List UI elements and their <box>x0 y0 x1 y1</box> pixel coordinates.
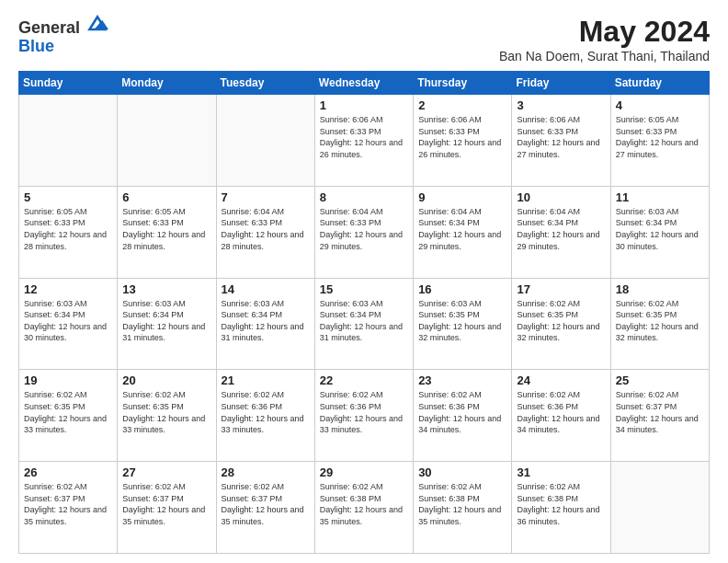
day-info: Sunrise: 6:02 AM Sunset: 6:37 PM Dayligh… <box>122 481 210 527</box>
day-info: Sunrise: 6:02 AM Sunset: 6:37 PM Dayligh… <box>24 481 112 527</box>
day-number: 7 <box>222 190 310 204</box>
table-row: 9Sunrise: 6:04 AM Sunset: 6:34 PM Daylig… <box>414 186 512 278</box>
day-info: Sunrise: 6:03 AM Sunset: 6:35 PM Dayligh… <box>418 298 506 344</box>
table-row <box>610 462 709 554</box>
day-info: Sunrise: 6:03 AM Sunset: 6:34 PM Dayligh… <box>616 206 704 252</box>
table-row: 27Sunrise: 6:02 AM Sunset: 6:37 PM Dayli… <box>118 462 216 554</box>
table-row: 21Sunrise: 6:02 AM Sunset: 6:36 PM Dayli… <box>216 370 314 462</box>
day-number: 23 <box>418 373 506 387</box>
table-row: 7Sunrise: 6:04 AM Sunset: 6:33 PM Daylig… <box>216 186 314 278</box>
day-number: 14 <box>222 282 310 296</box>
table-row: 31Sunrise: 6:02 AM Sunset: 6:38 PM Dayli… <box>512 462 610 554</box>
table-row: 30Sunrise: 6:02 AM Sunset: 6:38 PM Dayli… <box>414 462 512 554</box>
day-info: Sunrise: 6:06 AM Sunset: 6:33 PM Dayligh… <box>418 114 506 160</box>
day-info: Sunrise: 6:02 AM Sunset: 6:38 PM Dayligh… <box>517 481 605 527</box>
table-row: 14Sunrise: 6:03 AM Sunset: 6:34 PM Dayli… <box>216 278 314 370</box>
table-row: 18Sunrise: 6:02 AM Sunset: 6:35 PM Dayli… <box>610 278 709 370</box>
day-info: Sunrise: 6:02 AM Sunset: 6:36 PM Dayligh… <box>418 389 506 435</box>
day-number: 30 <box>418 465 506 479</box>
day-number: 11 <box>616 190 704 204</box>
table-row: 25Sunrise: 6:02 AM Sunset: 6:37 PM Dayli… <box>610 370 709 462</box>
day-number: 26 <box>24 465 112 479</box>
day-number: 9 <box>418 190 506 204</box>
col-tuesday: Tuesday <box>216 72 314 95</box>
calendar-week-row: 26Sunrise: 6:02 AM Sunset: 6:37 PM Dayli… <box>19 462 710 554</box>
header: General Blue May 2024 Ban Na Doem, Surat… <box>18 15 710 63</box>
day-info: Sunrise: 6:05 AM Sunset: 6:33 PM Dayligh… <box>122 206 210 252</box>
day-number: 19 <box>24 373 112 387</box>
col-thursday: Thursday <box>414 72 512 95</box>
table-row: 19Sunrise: 6:02 AM Sunset: 6:35 PM Dayli… <box>19 370 118 462</box>
day-info: Sunrise: 6:05 AM Sunset: 6:33 PM Dayligh… <box>616 114 704 160</box>
day-info: Sunrise: 6:04 AM Sunset: 6:34 PM Dayligh… <box>517 206 605 252</box>
day-number: 29 <box>320 465 408 479</box>
table-row: 6Sunrise: 6:05 AM Sunset: 6:33 PM Daylig… <box>118 186 216 278</box>
day-number: 28 <box>222 465 310 479</box>
day-number: 15 <box>320 282 408 296</box>
calendar-week-row: 12Sunrise: 6:03 AM Sunset: 6:34 PM Dayli… <box>19 278 710 370</box>
day-info: Sunrise: 6:04 AM Sunset: 6:33 PM Dayligh… <box>320 206 408 252</box>
table-row <box>216 95 314 187</box>
day-info: Sunrise: 6:02 AM Sunset: 6:36 PM Dayligh… <box>517 389 605 435</box>
day-info: Sunrise: 6:02 AM Sunset: 6:37 PM Dayligh… <box>222 481 310 527</box>
table-row: 2Sunrise: 6:06 AM Sunset: 6:33 PM Daylig… <box>414 95 512 187</box>
table-row: 15Sunrise: 6:03 AM Sunset: 6:34 PM Dayli… <box>314 278 413 370</box>
day-number: 21 <box>222 373 310 387</box>
day-number: 5 <box>24 190 112 204</box>
day-info: Sunrise: 6:03 AM Sunset: 6:34 PM Dayligh… <box>122 298 210 344</box>
day-info: Sunrise: 6:03 AM Sunset: 6:34 PM Dayligh… <box>222 298 310 344</box>
day-number: 16 <box>418 282 506 296</box>
col-saturday: Saturday <box>610 72 709 95</box>
day-info: Sunrise: 6:02 AM Sunset: 6:35 PM Dayligh… <box>122 389 210 435</box>
calendar-table: Sunday Monday Tuesday Wednesday Thursday… <box>18 71 710 554</box>
day-number: 18 <box>616 282 704 296</box>
col-sunday: Sunday <box>19 72 118 95</box>
table-row: 29Sunrise: 6:02 AM Sunset: 6:38 PM Dayli… <box>314 462 413 554</box>
svg-marker-1 <box>95 20 108 29</box>
day-info: Sunrise: 6:02 AM Sunset: 6:38 PM Dayligh… <box>418 481 506 527</box>
day-number: 22 <box>320 373 408 387</box>
day-number: 25 <box>616 373 704 387</box>
calendar-week-row: 19Sunrise: 6:02 AM Sunset: 6:35 PM Dayli… <box>19 370 710 462</box>
day-info: Sunrise: 6:02 AM Sunset: 6:38 PM Dayligh… <box>320 481 408 527</box>
calendar-week-row: 5Sunrise: 6:05 AM Sunset: 6:33 PM Daylig… <box>19 186 710 278</box>
day-info: Sunrise: 6:03 AM Sunset: 6:34 PM Dayligh… <box>320 298 408 344</box>
calendar-week-row: 1Sunrise: 6:06 AM Sunset: 6:33 PM Daylig… <box>19 95 710 187</box>
page: General Blue May 2024 Ban Na Doem, Surat… <box>0 0 728 563</box>
table-row: 16Sunrise: 6:03 AM Sunset: 6:35 PM Dayli… <box>414 278 512 370</box>
table-row: 24Sunrise: 6:02 AM Sunset: 6:36 PM Dayli… <box>512 370 610 462</box>
table-row: 17Sunrise: 6:02 AM Sunset: 6:35 PM Dayli… <box>512 278 610 370</box>
table-row: 10Sunrise: 6:04 AM Sunset: 6:34 PM Dayli… <box>512 186 610 278</box>
day-number: 4 <box>616 98 704 112</box>
table-row: 4Sunrise: 6:05 AM Sunset: 6:33 PM Daylig… <box>610 95 709 187</box>
table-row <box>19 95 118 187</box>
logo-blue: Blue <box>18 38 108 56</box>
day-info: Sunrise: 6:04 AM Sunset: 6:34 PM Dayligh… <box>418 206 506 252</box>
day-info: Sunrise: 6:04 AM Sunset: 6:33 PM Dayligh… <box>222 206 310 252</box>
day-number: 3 <box>517 98 605 112</box>
calendar-header-row: Sunday Monday Tuesday Wednesday Thursday… <box>19 72 710 95</box>
table-row: 20Sunrise: 6:02 AM Sunset: 6:35 PM Dayli… <box>118 370 216 462</box>
day-info: Sunrise: 6:02 AM Sunset: 6:35 PM Dayligh… <box>616 298 704 344</box>
day-info: Sunrise: 6:05 AM Sunset: 6:33 PM Dayligh… <box>24 206 112 252</box>
logo: General Blue <box>18 15 108 56</box>
table-row: 12Sunrise: 6:03 AM Sunset: 6:34 PM Dayli… <box>19 278 118 370</box>
day-number: 2 <box>418 98 506 112</box>
table-row: 11Sunrise: 6:03 AM Sunset: 6:34 PM Dayli… <box>610 186 709 278</box>
day-info: Sunrise: 6:02 AM Sunset: 6:35 PM Dayligh… <box>517 298 605 344</box>
day-info: Sunrise: 6:06 AM Sunset: 6:33 PM Dayligh… <box>517 114 605 160</box>
table-row: 22Sunrise: 6:02 AM Sunset: 6:36 PM Dayli… <box>314 370 413 462</box>
col-monday: Monday <box>118 72 216 95</box>
table-row: 5Sunrise: 6:05 AM Sunset: 6:33 PM Daylig… <box>19 186 118 278</box>
day-number: 10 <box>517 190 605 204</box>
table-row: 26Sunrise: 6:02 AM Sunset: 6:37 PM Dayli… <box>19 462 118 554</box>
day-number: 1 <box>320 98 408 112</box>
day-number: 13 <box>122 282 210 296</box>
table-row: 8Sunrise: 6:04 AM Sunset: 6:33 PM Daylig… <box>314 186 413 278</box>
day-number: 8 <box>320 190 408 204</box>
title-block: May 2024 Ban Na Doem, Surat Thani, Thail… <box>499 15 710 63</box>
day-number: 6 <box>122 190 210 204</box>
logo-icon <box>86 15 108 33</box>
day-number: 12 <box>24 282 112 296</box>
table-row <box>118 95 216 187</box>
